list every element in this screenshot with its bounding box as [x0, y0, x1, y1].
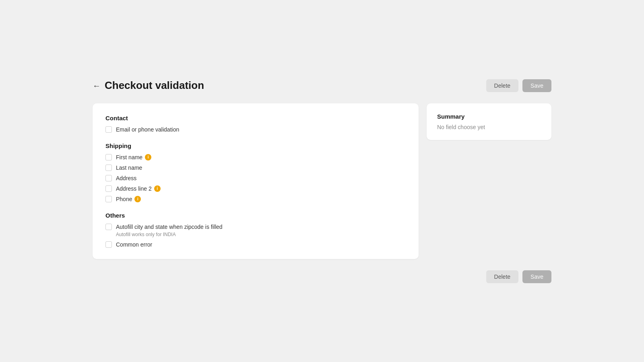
summary-empty-text: No field choose yet: [437, 124, 541, 130]
address-line-2-row: Address line 2 i: [116, 185, 161, 192]
phone-row: Phone i: [116, 196, 141, 202]
list-item: Address: [105, 175, 406, 181]
page-title: Checkout validation: [105, 79, 204, 92]
footer-buttons: Delete Save: [93, 270, 551, 283]
address-line-2-info-icon[interactable]: i: [154, 185, 161, 192]
list-item: Last name: [105, 165, 406, 171]
autofill-checkbox[interactable]: [105, 224, 112, 230]
header: ← Checkout validation Delete Save: [93, 79, 551, 92]
phone-info-icon[interactable]: i: [134, 196, 141, 202]
address-line-2-checkbox[interactable]: [105, 185, 112, 192]
list-item: Email or phone validation: [105, 126, 406, 133]
form-card: Contact Email or phone validation Shippi…: [93, 103, 419, 259]
contact-section: Contact Email or phone validation: [105, 115, 406, 133]
first-name-checkbox[interactable]: [105, 154, 112, 160]
address-line-2-label: Address line 2: [116, 185, 152, 192]
last-name-label: Last name: [116, 165, 142, 171]
back-button[interactable]: ←: [93, 82, 101, 90]
others-section-title: Others: [105, 212, 406, 219]
common-error-checkbox[interactable]: [105, 241, 112, 248]
summary-title: Summary: [437, 113, 541, 120]
list-item: Phone i: [105, 196, 406, 202]
shipping-section: Shipping First name i Last name: [105, 142, 406, 202]
delete-button-bottom[interactable]: Delete: [486, 270, 518, 283]
content-area: Contact Email or phone validation Shippi…: [93, 103, 551, 259]
delete-button-top[interactable]: Delete: [486, 79, 518, 92]
contact-section-title: Contact: [105, 115, 406, 121]
header-buttons: Delete Save: [486, 79, 551, 92]
shipping-section-title: Shipping: [105, 142, 406, 149]
email-phone-label: Email or phone validation: [116, 126, 179, 133]
summary-card: Summary No field choose yet: [427, 103, 551, 140]
autofill-label: Autofill city and state when zipcode is …: [116, 224, 223, 230]
address-label: Address: [116, 175, 136, 181]
first-name-row: First name i: [116, 154, 151, 160]
address-checkbox[interactable]: [105, 175, 112, 181]
first-name-label: First name: [116, 154, 142, 160]
main-container: ← Checkout validation Delete Save Contac…: [93, 63, 551, 299]
phone-label: Phone: [116, 196, 132, 202]
autofill-sublabel: Autofill works only for INDIA: [116, 232, 406, 237]
list-item: Autofill city and state when zipcode is …: [105, 224, 406, 230]
save-button-top[interactable]: Save: [522, 79, 551, 92]
others-section: Others Autofill city and state when zipc…: [105, 212, 406, 248]
first-name-info-icon[interactable]: i: [145, 154, 151, 160]
last-name-checkbox[interactable]: [105, 165, 112, 171]
common-error-label: Common error: [116, 241, 152, 248]
email-phone-checkbox[interactable]: [105, 126, 112, 133]
save-button-bottom[interactable]: Save: [522, 270, 551, 283]
list-item: First name i: [105, 154, 406, 160]
list-item: Common error: [105, 241, 406, 248]
phone-checkbox[interactable]: [105, 196, 112, 202]
page-wrapper: ← Checkout validation Delete Save Contac…: [0, 0, 644, 362]
header-left: ← Checkout validation: [93, 79, 204, 92]
list-item: Address line 2 i: [105, 185, 406, 192]
